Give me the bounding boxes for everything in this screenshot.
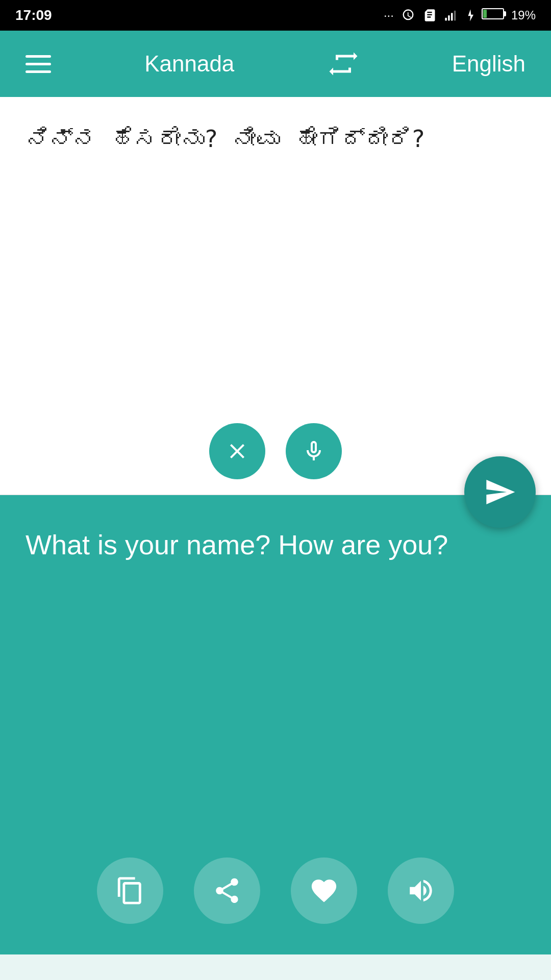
svg-rect-0: [445, 18, 447, 21]
toolbar: Kannada English: [0, 31, 551, 97]
dots-icon: ···: [384, 8, 394, 22]
status-bar: 17:09 ···: [0, 0, 551, 31]
input-section: [0, 97, 551, 495]
input-controls: [209, 423, 342, 479]
speak-button[interactable]: [388, 857, 454, 924]
copy-button[interactable]: [97, 857, 163, 924]
charging-icon: [465, 8, 474, 22]
svg-rect-1: [448, 15, 450, 21]
output-section: What is your name? How are you?: [0, 495, 551, 954]
favorite-button[interactable]: [291, 857, 357, 924]
translate-button[interactable]: [464, 456, 536, 528]
microphone-button[interactable]: [286, 423, 342, 479]
source-language[interactable]: Kannada: [144, 51, 234, 77]
target-language[interactable]: English: [452, 51, 525, 77]
source-text-input[interactable]: [0, 97, 551, 454]
svg-rect-3: [454, 11, 456, 21]
alarm-icon: [401, 8, 415, 22]
sim-icon: [422, 8, 437, 22]
status-icons: ···: [384, 8, 536, 22]
menu-button[interactable]: [26, 55, 51, 73]
status-time: 17:09: [15, 7, 52, 23]
svg-rect-2: [451, 13, 453, 20]
clear-button[interactable]: [209, 423, 265, 479]
share-button[interactable]: [194, 857, 260, 924]
output-actions: [97, 857, 454, 924]
signal-icon: [444, 8, 458, 22]
battery-percent: 19%: [511, 8, 536, 22]
swap-languages-button[interactable]: [328, 48, 359, 79]
battery-icon: [482, 8, 504, 22]
translated-text: What is your name? How are you?: [26, 526, 525, 565]
